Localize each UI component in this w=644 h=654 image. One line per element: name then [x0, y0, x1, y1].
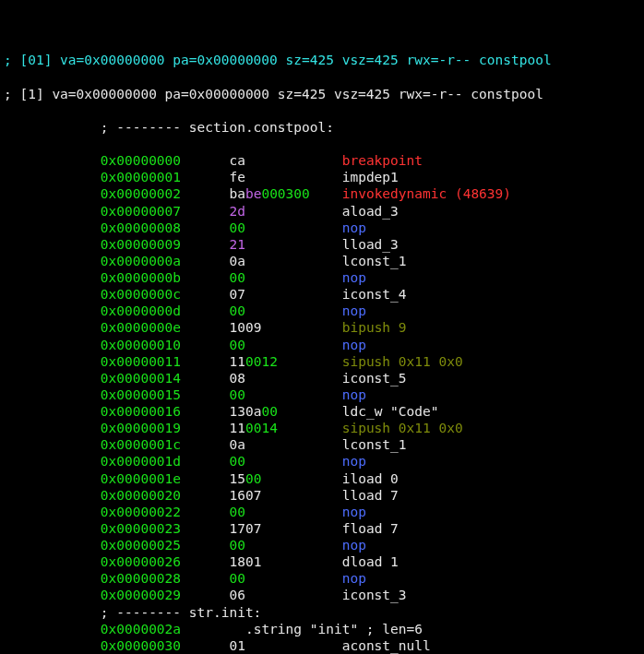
- disasm-row: 0x0000000b 00 nop: [4, 269, 640, 286]
- disasm-row: 0x0000001e 1500 iload 0: [4, 470, 640, 487]
- disasm-row: 0x00000030 01 aconst_null: [4, 637, 640, 654]
- disasm-row: 0x0000000c 07 iconst_4: [4, 286, 640, 303]
- disasm-row: 0x00000026 1801 dload 1: [4, 553, 640, 570]
- disasm-row: 0x00000019 110014 sipush 0x11 0x0: [4, 420, 640, 436]
- disasm-row: 0x00000010 00 nop: [4, 337, 640, 353]
- section-header: ; -------- str.init:: [4, 604, 640, 621]
- disasm-row: 0x00000025 00 nop: [4, 537, 640, 553]
- disasm-row: 0x0000000e 1009 bipush 9: [4, 319, 640, 336]
- disasm-row: 0x00000020 1607 lload 7: [4, 487, 640, 504]
- disasm-row: 0x00000014 08 iconst_5: [4, 370, 640, 386]
- segment-header-2: ; [1] va=0x00000000 pa=0x00000000 sz=425…: [4, 86, 640, 102]
- disasm-row: 0x00000001 fe impdep1: [4, 169, 640, 185]
- disasm-row: 0x00000009 21 lload_3: [4, 236, 640, 253]
- disasm-row: 0x00000000 ca breakpoint: [4, 152, 640, 169]
- disasm-row: 0x00000022 00 nop: [4, 504, 640, 520]
- disasm-row: 0x00000011 110012 sipush 0x11 0x0: [4, 353, 640, 370]
- disasm-row: 0x00000002 babe000300 invokedynamic (486…: [4, 185, 640, 202]
- disasm-row: 0x00000016 130a00 ldc_w "Code": [4, 403, 640, 420]
- terminal-output: ; [01] va=0x00000000 pa=0x00000000 sz=42…: [0, 33, 644, 654]
- disasm-row: 0x0000000a 0a lconst_1: [4, 253, 640, 269]
- disasm-row: 0x0000001c 0a lconst_1: [4, 436, 640, 453]
- segment-header-1: ; [01] va=0x00000000 pa=0x00000000 sz=42…: [4, 52, 640, 68]
- section-header-constpool: ; -------- section.constpool:: [4, 119, 640, 136]
- disasm-row: 0x00000015 00 nop: [4, 386, 640, 403]
- disasm-row: 0x00000028 00 nop: [4, 570, 640, 587]
- disasm-row: 0x00000008 00 nop: [4, 220, 640, 236]
- disasm-row: 0x00000007 2d aload_3: [4, 203, 640, 220]
- disasm-row: 0x0000001d 00 nop: [4, 453, 640, 470]
- disasm-row: 0x0000002a .string "init" ; len=6: [4, 621, 640, 637]
- disasm-row: 0x0000000d 00 nop: [4, 303, 640, 319]
- disasm-row: 0x00000023 1707 fload 7: [4, 520, 640, 537]
- disasm-row: 0x00000029 06 iconst_3: [4, 587, 640, 603]
